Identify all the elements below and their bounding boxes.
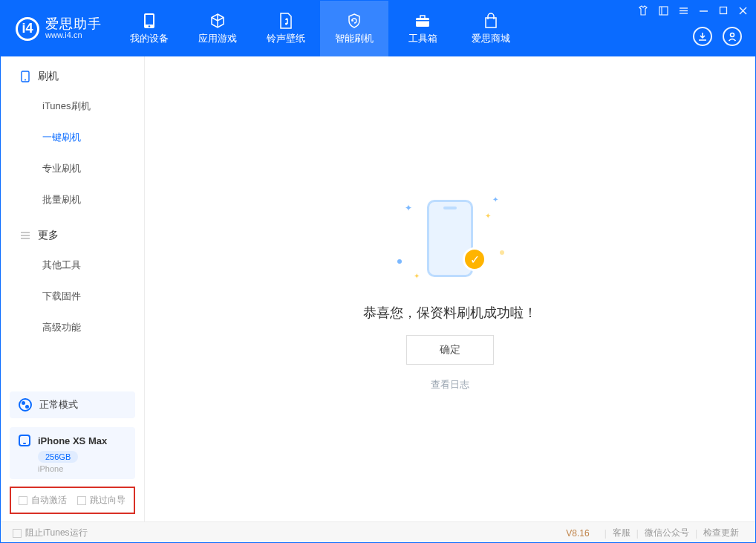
menu-icon[interactable] (679, 5, 688, 16)
sparkle-icon: ✦ (405, 203, 412, 213)
svg-rect-12 (720, 7, 727, 14)
device-storage-badge: 256GB (38, 451, 78, 463)
svg-rect-1 (146, 15, 153, 25)
device-name: iPhone XS Max (38, 435, 107, 446)
tab-ringtones-wallpapers[interactable]: 铃声壁纸 (252, 1, 320, 56)
device-type: iPhone (38, 464, 126, 473)
cube-icon (209, 13, 226, 29)
header: i4 爱思助手 www.i4.cn 我的设备 应用游戏 铃声壁纸 智能刷机 工具… (1, 1, 755, 56)
header-right-icons (693, 27, 742, 46)
footer-link-support[interactable]: 客服 (608, 527, 635, 539)
view-log-link[interactable]: 查看日志 (431, 378, 469, 391)
checkbox-icon (13, 529, 22, 538)
svg-rect-4 (416, 18, 429, 27)
download-icon[interactable] (693, 27, 712, 46)
phone-icon (141, 13, 157, 29)
dot-icon (500, 250, 504, 255)
sidebar-item-other-tools[interactable]: 其他工具 (1, 250, 144, 281)
device-phone-icon (19, 435, 30, 446)
device-mode-label: 正常模式 (39, 398, 78, 412)
tab-store[interactable]: 爱思商城 (457, 1, 525, 56)
main-content: ✦ ✦ ✦ ✦ ✓ 恭喜您，保资料刷机成功啦！ 确定 查看日志 (145, 56, 755, 521)
checkbox-skip-guide[interactable]: 跳过向导 (77, 494, 126, 507)
logo-icon: i4 (16, 17, 39, 41)
svg-point-15 (731, 33, 734, 37)
svg-point-2 (149, 25, 150, 27)
sidebar-item-download-firmware[interactable]: 下载固件 (1, 281, 144, 312)
sidebar-section-flash: 刷机 (1, 56, 144, 91)
version-label: V8.16 (566, 528, 589, 539)
window-controls (638, 5, 748, 16)
app-subtitle: www.i4.cn (45, 30, 102, 40)
sparkle-icon: ✦ (485, 212, 491, 220)
music-file-icon (278, 13, 294, 29)
user-icon[interactable] (723, 27, 742, 46)
svg-point-17 (25, 79, 26, 81)
sidebar-item-pro-flash[interactable]: 专业刷机 (1, 153, 144, 184)
highlighted-checkbox-row: 自动激活 跳过向导 (10, 487, 135, 514)
shield-refresh-icon (346, 13, 362, 29)
nav-tabs: 我的设备 应用游戏 铃声壁纸 智能刷机 工具箱 爱思商城 (115, 1, 525, 56)
app-logo[interactable]: i4 爱思助手 www.i4.cn (1, 1, 115, 56)
tab-smart-flash[interactable]: 智能刷机 (320, 1, 388, 56)
sidebar-item-itunes-flash[interactable]: iTunes刷机 (1, 91, 144, 122)
checkbox-auto-activate[interactable]: 自动激活 (19, 494, 67, 507)
footer: 阻止iTunes运行 V8.16 | 客服 | 微信公众号 | 检查更新 (1, 521, 755, 543)
sidebar-item-advanced[interactable]: 高级功能 (1, 312, 144, 343)
device-mode-row[interactable]: 正常模式 (10, 391, 135, 418)
sparkle-icon: ✦ (492, 195, 498, 204)
close-button[interactable] (738, 5, 748, 16)
app-title: 爱思助手 (45, 17, 102, 30)
list-icon (20, 230, 30, 241)
bag-icon (483, 13, 499, 29)
toolbox-icon (414, 13, 431, 29)
footer-link-update[interactable]: 检查更新 (699, 527, 743, 539)
confirm-button[interactable]: 确定 (406, 335, 494, 365)
svg-point-3 (285, 22, 287, 25)
sidebar-item-batch-flash[interactable]: 批量刷机 (1, 184, 144, 215)
tab-toolbox[interactable]: 工具箱 (388, 1, 457, 56)
tab-my-device[interactable]: 我的设备 (115, 1, 183, 56)
footer-link-wechat[interactable]: 微信公众号 (640, 527, 694, 539)
checkbox-block-itunes[interactable]: 阻止iTunes运行 (13, 527, 88, 539)
sparkle-icon: ✦ (414, 272, 420, 280)
sidebar-section-more: 更多 (1, 215, 144, 250)
checkbox-icon (19, 496, 27, 505)
checkmark-badge-icon: ✓ (463, 247, 486, 271)
svg-rect-5 (416, 20, 429, 22)
svg-rect-6 (659, 7, 668, 15)
sidebar-item-onekey-flash[interactable]: 一键刷机 (1, 122, 144, 153)
dot-icon (397, 259, 402, 264)
checkbox-icon (77, 496, 86, 505)
device-icon (20, 71, 30, 82)
sidebar: 刷机 iTunes刷机 一键刷机 专业刷机 批量刷机 更多 其他工具 下载固件 … (1, 56, 145, 521)
tab-apps-games[interactable]: 应用游戏 (183, 1, 252, 56)
minimize-button[interactable] (699, 5, 708, 16)
collapse-icon[interactable] (659, 5, 668, 16)
success-illustration: ✦ ✦ ✦ ✦ ✓ (394, 186, 506, 290)
mode-icon (19, 398, 32, 412)
device-card[interactable]: iPhone XS Max 256GB iPhone (10, 427, 135, 479)
shirt-icon[interactable] (638, 5, 648, 16)
maximize-button[interactable] (719, 5, 728, 16)
success-text: 恭喜您，保资料刷机成功啦！ (363, 304, 537, 322)
